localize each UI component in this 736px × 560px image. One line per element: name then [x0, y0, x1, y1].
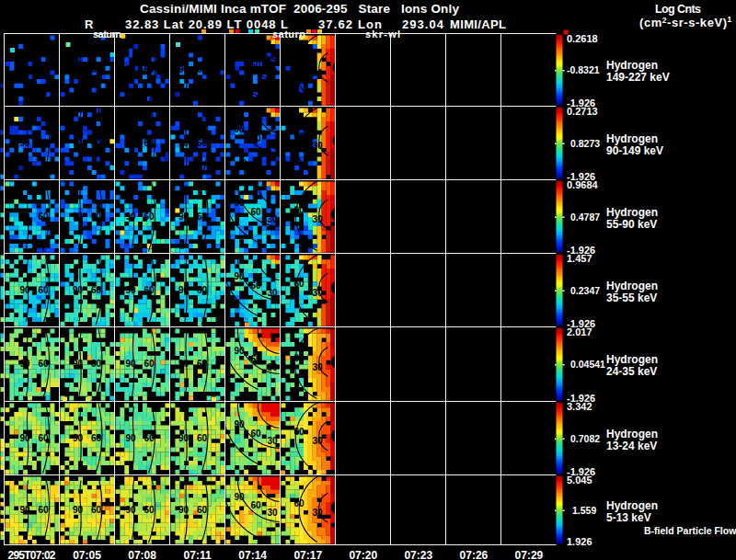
- svg-text:60: 60: [144, 211, 155, 222]
- svg-text:B-field Particle Flow: B-field Particle Flow: [644, 525, 736, 536]
- svg-text:90: 90: [20, 64, 31, 74]
- svg-text:07:20: 07:20: [349, 549, 377, 560]
- svg-text:0.4787: 0.4787: [570, 211, 600, 223]
- svg-text:MIMI/APL: MIMI/APL: [450, 17, 506, 31]
- svg-text:60: 60: [91, 211, 102, 222]
- svg-text:13-24 keV: 13-24 keV: [606, 440, 657, 452]
- svg-text:0.2713: 0.2713: [567, 106, 598, 117]
- svg-text:60: 60: [39, 505, 50, 515]
- svg-text:90: 90: [20, 211, 31, 222]
- svg-text:60: 60: [91, 505, 102, 515]
- svg-text:3.342: 3.342: [567, 401, 592, 412]
- svg-text:90: 90: [126, 138, 137, 148]
- svg-text:60: 60: [144, 64, 155, 74]
- svg-text:0.8273: 0.8273: [570, 138, 600, 149]
- svg-text:90: 90: [126, 359, 137, 369]
- svg-text:55-90 keV: 55-90 keV: [606, 218, 657, 231]
- svg-text:60: 60: [294, 353, 305, 363]
- svg-text:60: 60: [294, 131, 305, 142]
- svg-text:30: 30: [268, 508, 279, 518]
- svg-text:30: 30: [313, 214, 324, 224]
- svg-text:90: 90: [73, 211, 84, 222]
- svg-text:60: 60: [294, 427, 305, 437]
- svg-text:90: 90: [73, 138, 84, 148]
- svg-text:30: 30: [268, 288, 279, 298]
- svg-text:saturn: saturn: [93, 29, 121, 40]
- svg-text:90: 90: [235, 51, 246, 62]
- svg-text:90: 90: [73, 505, 84, 515]
- svg-text:60: 60: [197, 359, 208, 369]
- svg-text:60: 60: [251, 429, 262, 439]
- svg-text:90: 90: [73, 64, 84, 74]
- svg-text:60: 60: [197, 433, 208, 443]
- svg-text:60: 60: [39, 359, 50, 369]
- svg-text:90-149 keV: 90-149 keV: [606, 144, 663, 157]
- svg-text:30: 30: [268, 362, 279, 372]
- svg-text:90: 90: [73, 285, 84, 295]
- svg-text:1.457: 1.457: [567, 253, 592, 264]
- svg-text:60: 60: [91, 64, 102, 74]
- svg-text:90: 90: [178, 359, 190, 369]
- svg-text:30: 30: [268, 67, 279, 77]
- svg-text:Hydrogen: Hydrogen: [606, 428, 658, 440]
- svg-text:30: 30: [268, 436, 279, 446]
- svg-text:60: 60: [144, 285, 155, 295]
- svg-text:30: 30: [268, 214, 279, 224]
- svg-text:60: 60: [197, 285, 208, 295]
- svg-text:60: 60: [91, 285, 102, 295]
- svg-text:07:14: 07:14: [238, 549, 267, 560]
- svg-text:30: 30: [313, 141, 324, 151]
- svg-text:60: 60: [294, 279, 305, 289]
- svg-text:90: 90: [126, 433, 137, 443]
- svg-text:07:17: 07:17: [293, 549, 322, 560]
- svg-text:saturn: saturn: [272, 29, 305, 40]
- svg-text:24-35 keV: 24-35 keV: [606, 365, 657, 378]
- svg-text:0.2347: 0.2347: [570, 285, 600, 296]
- svg-text:60: 60: [251, 354, 262, 364]
- svg-text:90: 90: [235, 492, 246, 502]
- svg-text:(cm2-sr-s-keV)1: (cm2-sr-s-keV)1: [639, 15, 732, 29]
- svg-text:Hydrogen: Hydrogen: [606, 499, 658, 512]
- svg-text:Hydrogen: Hydrogen: [606, 280, 658, 292]
- svg-text:32.83 Lat 20.89 LT 0048 L: 32.83 Lat 20.89 LT 0048 L: [125, 17, 288, 31]
- svg-text:90: 90: [126, 64, 137, 74]
- svg-text:90: 90: [20, 433, 31, 443]
- svg-text:Hydrogen: Hydrogen: [606, 353, 658, 366]
- svg-text:90: 90: [178, 433, 190, 443]
- svg-text:293.04: 293.04: [402, 17, 444, 31]
- svg-text:Log Cnts: Log Cnts: [655, 3, 701, 16]
- svg-text:90: 90: [126, 505, 137, 515]
- svg-text:07:29: 07:29: [515, 549, 544, 560]
- svg-text:30: 30: [268, 141, 279, 151]
- svg-text:30: 30: [313, 436, 324, 446]
- svg-text:90: 90: [73, 433, 84, 443]
- svg-text:90: 90: [178, 285, 190, 295]
- svg-text:90: 90: [126, 285, 137, 295]
- svg-text:60: 60: [39, 64, 50, 74]
- svg-text:90: 90: [73, 359, 84, 369]
- svg-text:90: 90: [235, 271, 246, 281]
- svg-text:149-227 keV: 149-227 keV: [606, 71, 670, 84]
- svg-text:60: 60: [197, 64, 208, 74]
- svg-text:90: 90: [178, 138, 190, 148]
- svg-text:30: 30: [313, 508, 324, 518]
- svg-text:2.017: 2.017: [567, 326, 592, 337]
- svg-text:0.7082: 0.7082: [570, 433, 600, 444]
- svg-text:90: 90: [20, 285, 31, 295]
- svg-text:60: 60: [91, 138, 102, 148]
- svg-text:90: 90: [178, 64, 190, 74]
- svg-text:60: 60: [39, 433, 50, 443]
- svg-text:60: 60: [91, 433, 102, 443]
- svg-text:90: 90: [235, 124, 246, 134]
- svg-text:60: 60: [144, 359, 155, 369]
- svg-text:90: 90: [20, 359, 31, 369]
- svg-text:60: 60: [294, 498, 305, 509]
- svg-text:60: 60: [39, 285, 50, 295]
- svg-text:60: 60: [251, 60, 262, 70]
- svg-text:1.926: 1.926: [567, 536, 592, 547]
- svg-text:5.045: 5.045: [567, 474, 592, 486]
- svg-text:30: 30: [313, 288, 324, 298]
- svg-text:07:11: 07:11: [184, 549, 212, 560]
- svg-text:60: 60: [144, 138, 155, 148]
- svg-text:30: 30: [313, 362, 324, 372]
